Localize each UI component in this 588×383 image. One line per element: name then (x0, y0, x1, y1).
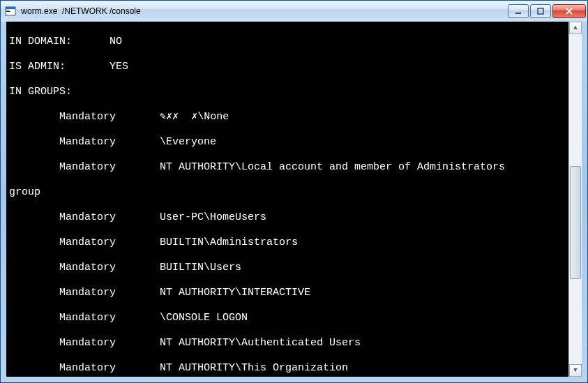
console-line: Mandatory NT AUTHORITY\This Organization (9, 362, 565, 375)
svg-rect-2 (6, 10, 9, 10)
console-line: Mandatory User-PC\HomeUsers (9, 211, 565, 224)
app-window: worm.exe /NETWORK /console IN DOMAIN: NO… (0, 0, 588, 383)
console-output: IN DOMAIN: NO IS ADMIN: YES IN GROUPS: M… (6, 22, 568, 377)
console-line: Mandatory \CONSOLE LOGON (9, 312, 565, 324)
close-button[interactable] (552, 4, 586, 18)
console-line: Mandatory NT AUTHORITY\INTERACTIVE (9, 287, 565, 299)
console-line: IN DOMAIN: NO (9, 36, 565, 48)
maximize-button[interactable] (530, 4, 551, 18)
console-line: IN GROUPS: (9, 86, 565, 98)
console-line: group (9, 186, 565, 199)
console-area: IN DOMAIN: NO IS ADMIN: YES IN GROUPS: M… (6, 22, 582, 377)
console-line: Mandatory BUILTIN\Administrators (9, 236, 565, 249)
window-controls (506, 4, 586, 18)
svg-rect-1 (6, 7, 15, 9)
console-line: Mandatory ✎✗✗ ✗\None (9, 111, 565, 123)
svg-rect-3 (6, 11, 10, 12)
scrollbar[interactable]: ▲ ▼ (568, 22, 582, 377)
chevron-down-icon: ▼ (573, 364, 577, 377)
console-line: Mandatory NT AUTHORITY\Local account and… (9, 161, 565, 174)
chevron-up-icon: ▲ (573, 22, 577, 34)
scroll-up-button[interactable]: ▲ (569, 22, 582, 34)
svg-rect-4 (515, 13, 521, 14)
console-line: Mandatory BUILTIN\Users (9, 262, 565, 274)
scrollbar-track[interactable] (569, 34, 582, 364)
scroll-down-button[interactable]: ▼ (569, 364, 582, 377)
svg-rect-5 (538, 8, 543, 14)
app-icon (5, 6, 16, 17)
garbled-text: ✎✗✗ ✗ (160, 111, 197, 123)
titlebar[interactable]: worm.exe /NETWORK /console (1, 1, 587, 22)
console-line: Mandatory \Everyone (9, 136, 565, 149)
scrollbar-thumb[interactable] (570, 166, 581, 279)
minimize-button[interactable] (508, 4, 529, 18)
console-line: Mandatory NT AUTHORITY\Authenticated Use… (9, 337, 565, 350)
console-line: IS ADMIN: YES (9, 61, 565, 73)
window-title: worm.exe /NETWORK /console (19, 6, 141, 16)
